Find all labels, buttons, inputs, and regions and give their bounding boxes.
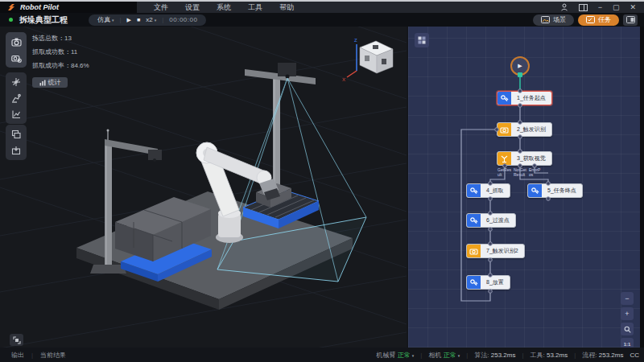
run-timer: 00:00:00 bbox=[169, 16, 197, 23]
flow-node-transition-point[interactable]: 6_过渡点 bbox=[466, 213, 516, 228]
divider: | bbox=[162, 16, 163, 23]
expand-icon bbox=[13, 336, 21, 344]
panel-toggle-button[interactable] bbox=[623, 14, 638, 26]
scene-camera-icon[interactable] bbox=[8, 35, 24, 49]
task-flow-panel[interactable]: ▶ 1_任务起点 2_触发识别 3_获取视觉 4_抓取 5_任务终点 6_过渡点 bbox=[407, 27, 640, 348]
divider: | bbox=[574, 352, 576, 359]
status-left: 输出 | 当前结果 bbox=[0, 351, 66, 360]
play-button[interactable]: ▶ bbox=[127, 17, 131, 23]
flow-node-label: 5_任务终点 bbox=[542, 184, 582, 197]
gripper-icon bbox=[467, 276, 481, 289]
menu-system[interactable]: 系统 bbox=[217, 2, 231, 13]
chevron-down-icon: ▾ bbox=[458, 353, 460, 358]
zoom-in-button[interactable]: + bbox=[621, 307, 634, 320]
output-tab[interactable]: 输出 bbox=[11, 351, 24, 360]
chevron-down-icon: ▾ bbox=[412, 353, 415, 358]
expand-view-button[interactable] bbox=[10, 334, 23, 346]
window-layout-icon[interactable] bbox=[579, 4, 588, 11]
port-label-not-get-result: NotGetResult bbox=[514, 168, 527, 177]
divider: | bbox=[420, 352, 422, 359]
chart-axes-icon[interactable] bbox=[8, 107, 24, 121]
status-camera[interactable]: 相机 正常▾ bbox=[428, 351, 460, 360]
divider: | bbox=[466, 352, 468, 359]
monitor-icon bbox=[626, 16, 635, 23]
flow-start-node[interactable]: ▶ bbox=[510, 56, 530, 76]
flow-node-get-vision-result[interactable]: 3_获取视觉 bbox=[497, 151, 552, 166]
flow-layout-button[interactable] bbox=[415, 33, 429, 47]
cube-axis-z-label: Z bbox=[354, 38, 357, 43]
minimize-button[interactable]: − bbox=[598, 4, 602, 11]
menu-file[interactable]: 文件 bbox=[154, 2, 168, 13]
magnifier-button[interactable] bbox=[621, 323, 634, 335]
window-controls: − ▢ ✕ bbox=[560, 3, 644, 11]
camera-head-left bbox=[148, 150, 162, 160]
fit-1-1-button[interactable]: 1:1 bbox=[621, 338, 634, 348]
move-3d-icon[interactable] bbox=[8, 75, 24, 89]
status-flow-time: 流程: 253.2ms bbox=[582, 351, 623, 360]
current-result-tab[interactable]: 当前结果 bbox=[40, 351, 66, 360]
chevron-down-icon: ▾ bbox=[155, 18, 157, 23]
running-status-dot bbox=[9, 18, 13, 22]
mode-select[interactable]: 仿真▾ bbox=[97, 15, 114, 24]
stat-total-picks: 拣选总数：13 bbox=[32, 34, 89, 43]
menu-bar: Robot Pilot 文件 设置 系统 工具 帮助 − ▢ ✕ bbox=[0, 2, 644, 13]
flow-node-label: 3_获取视觉 bbox=[511, 152, 551, 165]
maximize-button[interactable]: ▢ bbox=[613, 4, 620, 11]
statistics-button[interactable]: 统计 bbox=[32, 77, 68, 88]
gripper-icon bbox=[467, 214, 481, 227]
close-button[interactable]: ✕ bbox=[630, 4, 636, 11]
menu-settings[interactable]: 设置 bbox=[185, 2, 200, 13]
speed-select[interactable]: x2▾ bbox=[146, 16, 156, 23]
import-layers-icon[interactable] bbox=[8, 143, 24, 158]
flow-node-label: 6_过渡点 bbox=[481, 214, 515, 227]
flow-node-trigger-vision[interactable]: 2_触发识别 bbox=[497, 122, 552, 137]
flow-node-grasp[interactable]: 4_抓取 bbox=[466, 183, 510, 198]
brand-logo-icon bbox=[7, 3, 16, 11]
zoom-out-button[interactable]: − bbox=[621, 292, 634, 305]
play-icon: ▶ bbox=[518, 63, 522, 69]
magnifier-icon bbox=[624, 326, 631, 333]
flow-node-trigger-vision-2[interactable]: 7_触发识别2 bbox=[466, 244, 525, 258]
divider: | bbox=[522, 352, 523, 359]
chevron-down-icon: ▾ bbox=[112, 18, 114, 23]
gripper-icon bbox=[528, 184, 542, 197]
camera-icon bbox=[467, 245, 481, 257]
simulation-transport: 仿真▾ | ▶ ■ x2▾ | 00:00:00 bbox=[89, 14, 206, 26]
flow-node-label: 2_触发识别 bbox=[511, 123, 551, 136]
camera-settings-icon[interactable] bbox=[8, 51, 24, 65]
menu-help[interactable]: 帮助 bbox=[279, 2, 294, 13]
brand-name: Robot Pilot bbox=[20, 3, 59, 11]
project-toolbar: 拆垛典型工程 仿真▾ | ▶ ■ x2▾ | 00:00:00 场景 bbox=[0, 13, 644, 27]
stop-button[interactable]: ■ bbox=[137, 17, 140, 23]
stat-success-rate: 抓取成功率：84.6% bbox=[32, 61, 89, 70]
flow-node-label: 4_抓取 bbox=[481, 184, 510, 197]
pick-stats-overlay: 拣选总数：13 抓取成功数：11 抓取成功率：84.6% 统计 bbox=[32, 34, 89, 88]
divider: | bbox=[31, 352, 33, 359]
port-label-error: ErrorPos bbox=[529, 168, 543, 177]
status-tool-time: 工具: 53.2ms bbox=[530, 351, 568, 360]
project-title: 拆垛典型工程 bbox=[19, 14, 68, 26]
camera-head-right bbox=[278, 63, 296, 76]
task-tab[interactable]: 任务 bbox=[578, 14, 619, 26]
flow-node-place[interactable]: 8_放置 bbox=[466, 275, 510, 290]
stat-success-count: 抓取成功数：11 bbox=[32, 47, 89, 56]
task-list-icon bbox=[586, 16, 595, 23]
menu-tools[interactable]: 工具 bbox=[248, 2, 262, 13]
scene-tab[interactable]: 场景 bbox=[533, 14, 574, 26]
flow-node-label: 7_触发识别2 bbox=[481, 245, 524, 257]
status-algorithm-time: 算法: 253.2ms bbox=[474, 351, 515, 360]
toolgroup-layout bbox=[6, 125, 27, 160]
status-bar: 输出 | 当前结果 机械臂 正常▾ | 相机 正常▾ | 算法: 253.2ms… bbox=[0, 348, 644, 362]
status-robot[interactable]: 机械臂 正常▾ bbox=[377, 351, 415, 360]
robot-arm-icon[interactable] bbox=[8, 91, 24, 105]
viewport-3d[interactable]: Z X bbox=[0, 27, 407, 348]
view-toggle: 场景 任务 bbox=[533, 14, 644, 26]
cube-axis-x-label: X bbox=[342, 77, 345, 82]
copy-layers-icon[interactable] bbox=[8, 127, 24, 142]
scene-image-icon bbox=[541, 16, 550, 23]
claw-icon bbox=[497, 152, 511, 165]
user-icon[interactable] bbox=[560, 3, 568, 11]
flow-node-task-start[interactable]: 1_任务起点 bbox=[497, 91, 552, 105]
flow-node-task-end[interactable]: 5_任务终点 bbox=[527, 183, 583, 198]
nav-cube[interactable]: Z X bbox=[342, 38, 393, 82]
